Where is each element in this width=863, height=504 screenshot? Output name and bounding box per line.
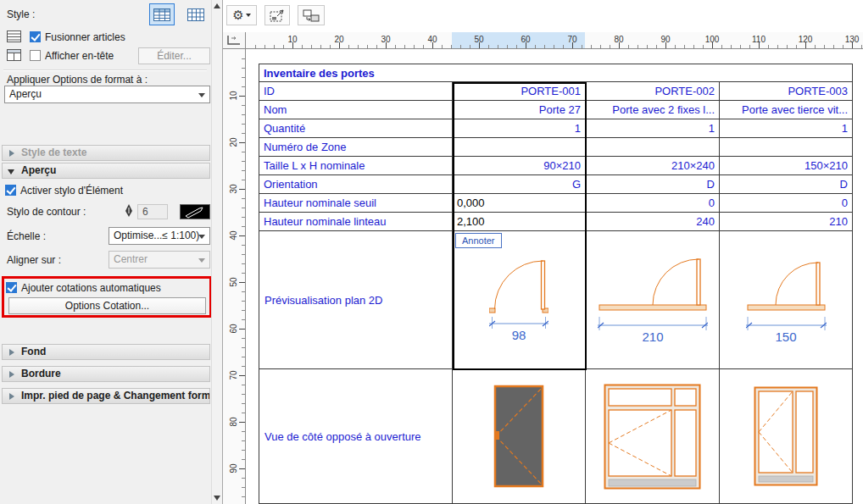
element-pen-checkbox[interactable] (5, 185, 16, 196)
door-plan-preview-cell[interactable]: 150 (720, 231, 853, 369)
table-cell[interactable]: 210×240 (586, 157, 720, 175)
row-label[interactable]: Numéro de Zone (259, 138, 453, 157)
ruler-tick (292, 42, 293, 48)
row-label[interactable]: ID (259, 82, 453, 101)
scale-label: Échelle : (7, 230, 46, 242)
door-plan-preview-cell[interactable]: 98 (453, 231, 586, 369)
ruler-tick (554, 45, 554, 48)
table-cell[interactable]: 150×210 (720, 157, 853, 175)
ruler-label: 90 (229, 458, 239, 479)
pick-up-parameters-icon (270, 9, 285, 22)
table-cell[interactable]: Porte avec tierce vit... (720, 101, 853, 119)
row-label[interactable]: Quantité (259, 119, 453, 138)
transfer-parameters-button[interactable] (298, 5, 325, 25)
table-cell[interactable] (453, 138, 586, 157)
pick-up-parameters-button[interactable] (264, 5, 290, 25)
ruler-tick (684, 45, 685, 48)
ruler-tick (239, 468, 245, 469)
ruler-origin-button[interactable] (223, 32, 246, 49)
side-view-row-label[interactable]: Vue de côté opposé à ouverture (259, 369, 453, 504)
ruler-tick (242, 208, 245, 208)
door-elevation-cell[interactable] (453, 369, 586, 504)
ruler-tick (242, 357, 245, 357)
edit-header-button[interactable]: Éditer... (138, 47, 210, 64)
section-print-footer[interactable]: Impr. pied de page & Changement format (2, 388, 210, 404)
table-cell[interactable]: Porte avec 2 fixes l... (586, 101, 720, 119)
section-text-style[interactable]: Style de texte (2, 145, 210, 161)
section-background[interactable]: Fond (2, 344, 210, 360)
table-cell[interactable]: 1 (720, 119, 853, 138)
table-cell[interactable]: PORTE-002 (586, 82, 720, 101)
scroll-up-icon[interactable] (214, 3, 220, 8)
contour-pen-value[interactable]: 6 (137, 204, 168, 219)
ruler-tick (796, 45, 797, 48)
ruler-tick (759, 42, 760, 48)
table-cell[interactable]: 90×210 (453, 157, 586, 175)
ruler-tick (628, 45, 629, 48)
apply-format-select[interactable]: Aperçu (4, 86, 210, 103)
ruler-tick (488, 45, 489, 48)
annotate-button[interactable]: Annoter (455, 233, 502, 248)
chevron-right-icon (9, 150, 14, 157)
row-label[interactable]: Taille L x H nominale (259, 157, 453, 175)
table-cell[interactable]: PORTE-003 (720, 82, 853, 101)
chevron-right-icon (9, 393, 14, 400)
preview-row-label[interactable]: Prévisualisation plan 2D (259, 231, 453, 369)
align-label: Aligner sur : (7, 254, 61, 266)
row-label[interactable]: Nom (259, 101, 453, 119)
table-cell[interactable]: G (453, 175, 586, 194)
table-cell[interactable]: 1 (586, 119, 720, 138)
door-handle-mark (495, 431, 499, 440)
dimension-text: 98 (512, 328, 526, 342)
door-plan-preview-cell[interactable]: 210 (586, 231, 720, 369)
ruler-tick (242, 478, 245, 479)
door-elevation-cell[interactable] (586, 369, 720, 504)
chevron-down-icon (246, 14, 251, 17)
horizontal-ruler[interactable]: 102030405060708090100110120130 (246, 32, 863, 49)
table-cell[interactable]: D (720, 175, 853, 194)
dimension-options-button[interactable]: Options Cotation... (8, 297, 206, 314)
row-label[interactable]: Hauteur nominale linteau (259, 213, 453, 231)
table-cell[interactable]: 1 (453, 119, 586, 138)
scale-select[interactable]: Optimise...≤ 1:100) (109, 227, 210, 245)
style-grid-view-button[interactable] (149, 3, 175, 25)
table-cell[interactable] (720, 138, 853, 157)
style-label: Style : (7, 8, 35, 20)
row-label[interactable]: Orientation (259, 175, 453, 194)
ruler-tick (815, 45, 816, 48)
section-border[interactable]: Bordure (2, 366, 210, 382)
ruler-tick (242, 68, 245, 69)
vertical-ruler[interactable]: 102030405060708090 (223, 49, 246, 504)
sidebar-scrollbar[interactable] (211, 0, 222, 504)
ruler-tick (535, 45, 536, 48)
pen-color-swatch[interactable] (180, 204, 210, 219)
show-header-checkbox[interactable] (30, 50, 41, 61)
settings-button[interactable]: ⚙ (226, 5, 257, 25)
table-cell[interactable]: D (586, 175, 720, 194)
table-cell[interactable]: 0 (586, 194, 720, 213)
ruler-tick (239, 142, 245, 143)
table-cell[interactable]: 240 (586, 213, 720, 231)
table-cell[interactable]: PORTE-001 (453, 82, 586, 101)
auto-dimensions-checkbox[interactable] (6, 282, 17, 293)
align-select[interactable]: Centrer (109, 251, 210, 269)
table-cell[interactable]: 2,100 (453, 213, 586, 231)
table-cell[interactable] (586, 138, 720, 157)
schedule-title[interactable]: Inventaire des portes (259, 64, 853, 82)
section-preview[interactable]: Aperçu (2, 163, 210, 179)
contour-pen-label: Stylo de contour : (7, 206, 86, 218)
table-cell[interactable]: 0 (720, 194, 853, 213)
table-cell[interactable]: 210 (720, 213, 853, 231)
table-cell[interactable]: 0,000 (453, 194, 586, 213)
row-label[interactable]: Hauteur nominale seuil (259, 194, 453, 213)
style-compact-view-button[interactable] (183, 3, 209, 25)
ruler-label: 70 (229, 365, 239, 385)
merge-items-checkbox[interactable] (30, 31, 41, 42)
table-cell[interactable]: Porte 27 (453, 101, 586, 119)
scroll-down-icon[interactable] (214, 496, 220, 501)
door-elevation-cell[interactable] (720, 369, 853, 504)
dimension-text: 210 (642, 330, 663, 344)
ruler-tick (647, 45, 648, 48)
align-value: Centrer (114, 253, 148, 265)
ruler-tick (339, 42, 340, 48)
